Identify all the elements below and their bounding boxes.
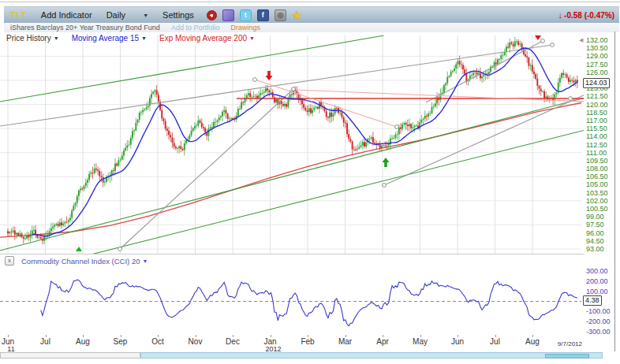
candle-body bbox=[163, 118, 165, 121]
exp-moving-average-caret-icon: ▼ bbox=[249, 35, 255, 41]
candle-body bbox=[113, 170, 114, 171]
candle-body bbox=[326, 111, 327, 117]
candle-body bbox=[336, 108, 338, 109]
camera-icon[interactable]: ◎ bbox=[275, 9, 286, 21]
candle-body bbox=[303, 104, 304, 108]
horizontal-scrollbar[interactable] bbox=[0, 352, 603, 358]
candle-body bbox=[458, 61, 459, 64]
candle-body bbox=[554, 95, 555, 100]
drawing-handle[interactable] bbox=[569, 97, 573, 101]
candle-body bbox=[256, 96, 258, 98]
candle-body bbox=[304, 108, 306, 110]
cci-title[interactable]: Commodity Channel Index (CCI) 20 bbox=[21, 257, 140, 266]
candle-body bbox=[449, 76, 450, 76]
candle-body bbox=[204, 128, 206, 132]
interval-select[interactable]: Daily bbox=[106, 10, 125, 20]
cci-caret-icon[interactable]: ▼ bbox=[142, 258, 148, 264]
alarm-icon[interactable] bbox=[207, 10, 217, 20]
drawing-handle[interactable] bbox=[395, 125, 399, 129]
candle-body bbox=[476, 72, 478, 75]
candle-body bbox=[433, 106, 435, 107]
candle-body bbox=[424, 116, 426, 119]
price-axis-label: 108.00 bbox=[586, 165, 608, 173]
candle-body bbox=[514, 42, 516, 46]
annotation-arrow-up-block[interactable] bbox=[383, 158, 390, 167]
candle-body bbox=[258, 95, 260, 98]
chart-legend: Price History ▼ Moving Average 15 ▼ Exp … bbox=[6, 33, 255, 43]
candle-body bbox=[271, 92, 272, 93]
candle-body bbox=[561, 73, 562, 78]
candle-body bbox=[526, 56, 528, 58]
cci-chart-canvas[interactable] bbox=[0, 266, 584, 336]
scrollbar-thumb[interactable] bbox=[545, 354, 589, 358]
candle-body bbox=[379, 145, 381, 148]
drawing-handle[interactable] bbox=[118, 247, 122, 251]
month-label: Jun bbox=[451, 337, 464, 346]
candle-body bbox=[13, 230, 14, 232]
price-history-dropdown[interactable]: Price History ▼ bbox=[6, 33, 59, 43]
chart-cube-icon[interactable] bbox=[222, 9, 234, 21]
candle-body bbox=[431, 107, 433, 113]
trendline[interactable] bbox=[426, 41, 543, 102]
symbol-subheader: iShares Barclays 20+ Year Treasury Bond … bbox=[4, 23, 619, 32]
add-to-portfolio-link[interactable]: Add to Portfolio bbox=[171, 24, 220, 32]
exp-moving-average-dropdown[interactable]: Exp Moving Average 200 ▼ bbox=[159, 33, 255, 43]
annotation-arrow-down-block[interactable] bbox=[266, 71, 273, 80]
interval-caret-icon[interactable]: ▼ bbox=[143, 13, 148, 18]
annotation-arrow-down-tri[interactable] bbox=[535, 35, 541, 40]
price-axis-label: 99.00 bbox=[586, 213, 604, 221]
candle-body bbox=[559, 78, 561, 83]
candle-body bbox=[371, 137, 372, 139]
candle-body bbox=[182, 149, 184, 150]
candle-body bbox=[348, 134, 349, 139]
candle-body bbox=[265, 88, 267, 91]
candle-body bbox=[120, 159, 121, 160]
candle-body bbox=[73, 206, 74, 210]
candle-body bbox=[194, 126, 196, 128]
candle-body bbox=[226, 110, 227, 113]
axis-scroll-arrow-icon[interactable]: ◀ bbox=[579, 37, 583, 43]
candle-body bbox=[357, 149, 358, 150]
moving-average-dropdown[interactable]: Moving Average 15 ▼ bbox=[72, 33, 147, 43]
candle-body bbox=[23, 237, 24, 239]
scrollbar-track[interactable] bbox=[140, 352, 603, 358]
month-label: Apr bbox=[376, 337, 389, 346]
candle-body bbox=[573, 80, 575, 82]
scrollbar-history-zone[interactable] bbox=[0, 352, 140, 358]
candle-body bbox=[139, 113, 140, 120]
trendline[interactable] bbox=[296, 90, 584, 102]
candle-body bbox=[472, 72, 474, 75]
candle-body bbox=[28, 236, 29, 238]
drawing-handle[interactable] bbox=[551, 43, 555, 47]
candle-body bbox=[528, 58, 529, 66]
drawing-handle[interactable] bbox=[292, 87, 296, 91]
drawings-link[interactable]: Drawings bbox=[230, 24, 260, 32]
drawing-handle[interactable] bbox=[253, 78, 257, 82]
drawing-handle[interactable] bbox=[383, 184, 387, 188]
add-indicator-button[interactable]: Add Indicator bbox=[41, 10, 92, 20]
star-icon[interactable]: ★ bbox=[292, 10, 302, 20]
facebook-icon[interactable]: f bbox=[257, 9, 269, 21]
cci-close-button[interactable]: x bbox=[5, 256, 14, 266]
cci-line bbox=[41, 280, 577, 326]
candle-body bbox=[68, 221, 69, 222]
candle-body bbox=[123, 150, 125, 155]
candle-body bbox=[465, 74, 467, 81]
twitter-icon[interactable]: t bbox=[240, 9, 252, 21]
ema200-line[interactable] bbox=[0, 103, 581, 238]
settings-button[interactable]: Settings bbox=[162, 10, 194, 20]
price-axis-label: 117.00 bbox=[586, 117, 607, 124]
candle-body bbox=[184, 143, 185, 150]
candle-body bbox=[511, 43, 513, 44]
window-top-divider bbox=[0, 2, 620, 2]
price-down-arrow-icon: ↓ bbox=[558, 10, 563, 20]
candle-body bbox=[24, 239, 26, 240]
candle-body bbox=[500, 55, 502, 59]
drawing-handle[interactable] bbox=[541, 39, 545, 43]
ma15-line[interactable] bbox=[32, 48, 577, 236]
price-chart-canvas[interactable] bbox=[0, 35, 584, 257]
candle-body bbox=[416, 125, 417, 126]
candle-body bbox=[210, 127, 211, 128]
trendline[interactable] bbox=[0, 35, 384, 102]
trendline[interactable] bbox=[0, 98, 584, 251]
